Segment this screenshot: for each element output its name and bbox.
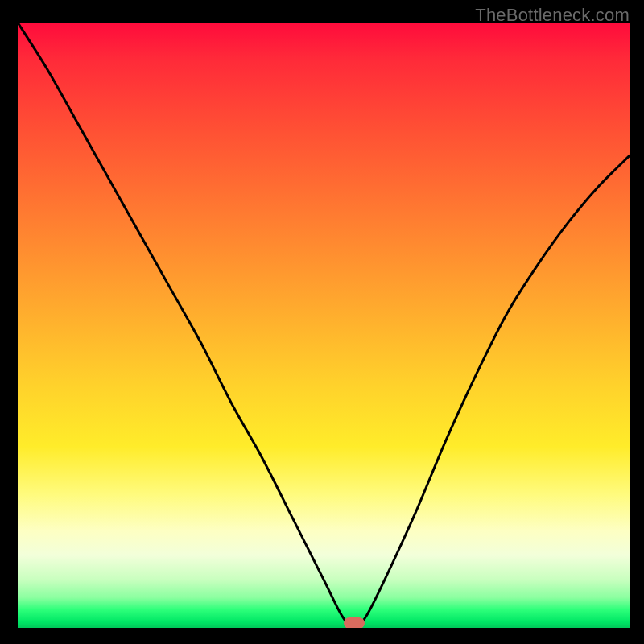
curve-svg — [18, 23, 630, 628]
bottleneck-curve-path — [18, 23, 630, 628]
min-marker — [344, 617, 365, 628]
plot-area — [18, 23, 630, 628]
watermark-label: TheBottleneck.com — [475, 5, 630, 26]
chart-frame: TheBottleneck.com — [0, 0, 644, 644]
